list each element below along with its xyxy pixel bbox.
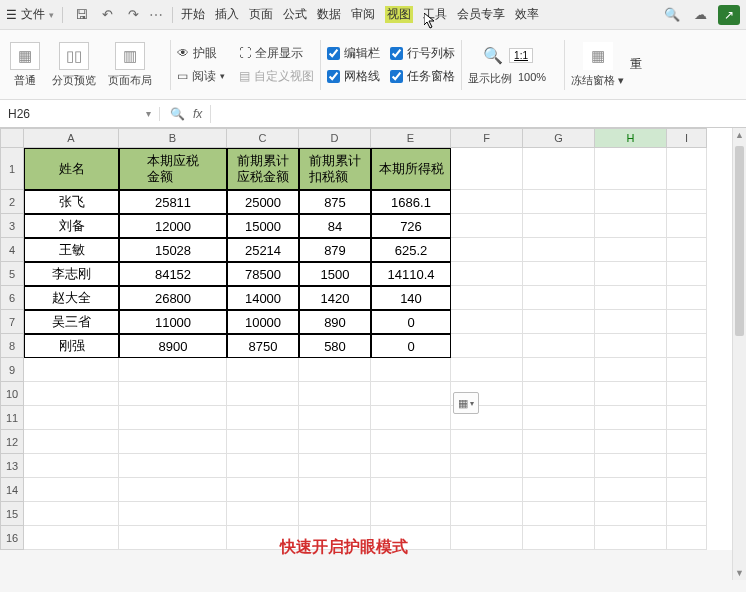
cell[interactable]: 8750: [227, 334, 299, 358]
menu-item[interactable]: 数据: [317, 6, 341, 23]
menu-item[interactable]: 会员专享: [457, 6, 505, 23]
cell[interactable]: [227, 502, 299, 526]
cell[interactable]: 15000: [227, 214, 299, 238]
cell[interactable]: [667, 214, 707, 238]
fx-label[interactable]: fx: [193, 107, 202, 121]
cell[interactable]: [667, 310, 707, 334]
cell[interactable]: [299, 478, 371, 502]
cell[interactable]: [523, 190, 595, 214]
cell[interactable]: [595, 238, 667, 262]
check-gridlines[interactable]: 网格线: [327, 68, 380, 85]
cell[interactable]: [595, 190, 667, 214]
cell[interactable]: [523, 358, 595, 382]
cell[interactable]: 625.2: [371, 238, 451, 262]
cell[interactable]: 84152: [119, 262, 227, 286]
row-header[interactable]: 11: [0, 406, 24, 430]
cell[interactable]: [119, 454, 227, 478]
row-header[interactable]: 13: [0, 454, 24, 478]
column-header[interactable]: I: [667, 128, 707, 148]
checkbox[interactable]: [390, 47, 403, 60]
cell[interactable]: [523, 406, 595, 430]
cell[interactable]: [523, 214, 595, 238]
cell[interactable]: [667, 430, 707, 454]
column-header[interactable]: E: [371, 128, 451, 148]
cell[interactable]: [523, 238, 595, 262]
cell[interactable]: [667, 406, 707, 430]
cell[interactable]: [523, 526, 595, 550]
scroll-down-icon[interactable]: ▼: [733, 566, 746, 580]
cell[interactable]: [227, 430, 299, 454]
cell[interactable]: [24, 430, 119, 454]
cell[interactable]: 赵大全: [24, 286, 119, 310]
cell[interactable]: [523, 334, 595, 358]
ribbon-overflow[interactable]: 重: [630, 56, 642, 73]
check-edit-bar[interactable]: 编辑栏: [327, 45, 380, 62]
cell[interactable]: [24, 358, 119, 382]
cell[interactable]: [595, 286, 667, 310]
save-icon[interactable]: 🖫: [71, 5, 91, 25]
cell[interactable]: [299, 454, 371, 478]
row-header[interactable]: 1: [0, 148, 24, 190]
cell[interactable]: [523, 262, 595, 286]
cell[interactable]: [523, 430, 595, 454]
menu-item[interactable]: 插入: [215, 6, 239, 23]
cell[interactable]: 580: [299, 334, 371, 358]
cell[interactable]: [24, 502, 119, 526]
cell[interactable]: [667, 148, 707, 190]
cell[interactable]: [371, 502, 451, 526]
row-header[interactable]: 9: [0, 358, 24, 382]
cell[interactable]: 8900: [119, 334, 227, 358]
cell[interactable]: [371, 382, 451, 406]
cell[interactable]: [299, 430, 371, 454]
cell[interactable]: 15028: [119, 238, 227, 262]
cell[interactable]: [371, 478, 451, 502]
row-header[interactable]: 15: [0, 502, 24, 526]
cell[interactable]: [24, 382, 119, 406]
cell[interactable]: [451, 262, 523, 286]
cell[interactable]: [667, 454, 707, 478]
cell[interactable]: [451, 238, 523, 262]
cell[interactable]: [523, 382, 595, 406]
cell[interactable]: 1500: [299, 262, 371, 286]
row-header[interactable]: 14: [0, 478, 24, 502]
cell[interactable]: [451, 286, 523, 310]
cell[interactable]: [227, 358, 299, 382]
cell[interactable]: [451, 190, 523, 214]
cell[interactable]: 本期所得税: [371, 148, 451, 190]
cell[interactable]: [299, 358, 371, 382]
menu-item[interactable]: 开始: [181, 6, 205, 23]
cell[interactable]: [451, 478, 523, 502]
menu-item[interactable]: 公式: [283, 6, 307, 23]
cell[interactable]: 0: [371, 334, 451, 358]
cell[interactable]: 本期应税 金额: [119, 148, 227, 190]
share-button[interactable]: ↗: [718, 5, 740, 25]
cell[interactable]: [595, 214, 667, 238]
scroll-thumb[interactable]: [735, 146, 744, 336]
cell[interactable]: [451, 502, 523, 526]
cell[interactable]: [595, 454, 667, 478]
cell[interactable]: 14110.4: [371, 262, 451, 286]
column-header[interactable]: B: [119, 128, 227, 148]
column-header[interactable]: C: [227, 128, 299, 148]
cell[interactable]: 10000: [227, 310, 299, 334]
cell[interactable]: [227, 454, 299, 478]
cell[interactable]: 1686.1: [371, 190, 451, 214]
cell[interactable]: [451, 430, 523, 454]
cloud-icon[interactable]: ☁: [690, 5, 710, 25]
column-header[interactable]: A: [24, 128, 119, 148]
cell[interactable]: [451, 310, 523, 334]
column-header[interactable]: D: [299, 128, 371, 148]
cell[interactable]: [299, 406, 371, 430]
checkbox[interactable]: [390, 70, 403, 83]
cell[interactable]: [227, 406, 299, 430]
cell[interactable]: [667, 238, 707, 262]
row-header[interactable]: 6: [0, 286, 24, 310]
cell[interactable]: [667, 262, 707, 286]
scroll-up-icon[interactable]: ▲: [733, 128, 746, 142]
cell[interactable]: [595, 478, 667, 502]
checkbox[interactable]: [327, 47, 340, 60]
cell[interactable]: [371, 430, 451, 454]
cell[interactable]: [523, 310, 595, 334]
zoom-group[interactable]: 🔍 1:1 显示比例 100%: [468, 44, 546, 86]
cell[interactable]: [299, 502, 371, 526]
